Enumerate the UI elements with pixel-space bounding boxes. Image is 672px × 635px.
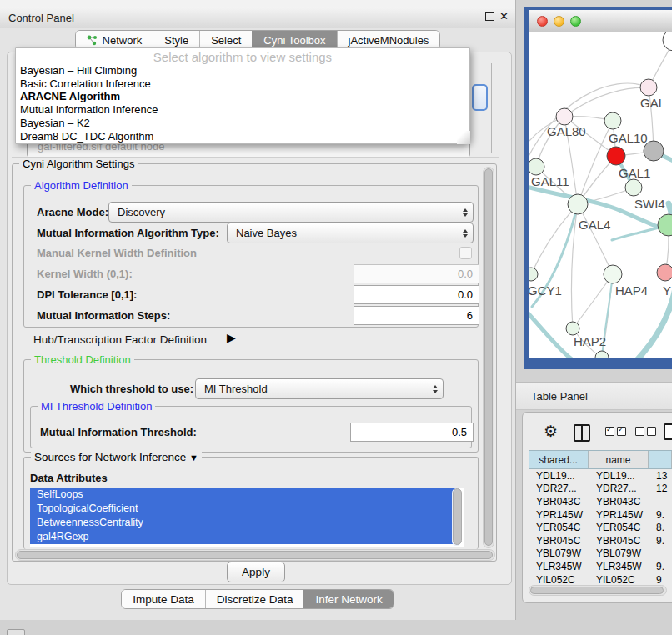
table-row[interactable]: YLR345WYLR345W9. xyxy=(529,560,672,573)
mi-threshold-label: Mutual Information Threshold: xyxy=(40,426,197,438)
bottom-tab-infer-network[interactable]: Infer Network xyxy=(303,590,393,608)
attribute-list-item[interactable]: SelfLoops xyxy=(30,488,455,502)
network-node-hap2[interactable] xyxy=(566,322,579,335)
network-node-gal4[interactable] xyxy=(568,194,588,214)
select-all-checkboxes-icon[interactable] xyxy=(605,427,626,436)
settings-vertical-scrollbar[interactable] xyxy=(483,167,494,548)
zoom-traffic-light-icon[interactable] xyxy=(570,16,581,27)
mi-algorithm-type-combo[interactable]: Naive Bayes xyxy=(227,222,474,243)
settings-horizontal-scrollbar[interactable] xyxy=(15,549,495,561)
mi-threshold-field[interactable]: 0.5 xyxy=(350,422,474,442)
which-threshold-value: MI Threshold xyxy=(204,382,268,395)
gear-icon[interactable]: ⚙ xyxy=(544,423,558,440)
tab-jactivemnodules[interactable]: jActiveMNodules xyxy=(337,31,440,49)
apply-button[interactable]: Apply xyxy=(227,562,285,582)
bottom-tab-discretize-data[interactable]: Discretize Data xyxy=(205,590,304,608)
close-traffic-light-icon[interactable] xyxy=(537,16,548,27)
network-edge xyxy=(564,88,649,117)
table-horizontal-scrollbar[interactable] xyxy=(529,585,667,596)
algorithm-option[interactable]: ARACNE Algorithm xyxy=(16,90,469,103)
network-node-gcy1[interactable] xyxy=(529,268,538,281)
aracne-mode-label: Aracne Mode: xyxy=(37,206,108,218)
table-row[interactable]: YBR045CYBR045C9. xyxy=(529,534,672,548)
bottom-tab-impute-data[interactable]: Impute Data xyxy=(122,590,205,608)
attribute-list-item[interactable]: gal4RGexp xyxy=(30,530,455,544)
aracne-mode-combo[interactable]: Discovery xyxy=(108,202,474,222)
network-node-swi4[interactable] xyxy=(625,179,642,196)
tab-select[interactable]: Select xyxy=(199,31,252,49)
which-threshold-combo[interactable]: MI Threshold xyxy=(195,378,444,399)
combo-spinner-icon xyxy=(463,229,468,238)
network-node[interactable] xyxy=(644,141,664,161)
algorithm-option[interactable]: Bayesian – K2 xyxy=(16,117,469,130)
algorithm-option[interactable]: Dream8 DC_TDC Algorithm xyxy=(16,130,469,143)
network-node-gal10[interactable] xyxy=(604,112,621,129)
network-canvas[interactable]: GALGAL80GAL10GAL1GAL11SWI4GAL4GCY1HAP4YH… xyxy=(529,32,672,358)
partial-table-icon[interactable] xyxy=(664,423,672,440)
close-icon[interactable]: ✕ xyxy=(499,11,509,22)
network-node-hap4[interactable] xyxy=(604,265,622,283)
kernel-width-label: Kernel Width (0,1): xyxy=(37,268,133,280)
network-node-label: GAL xyxy=(640,96,665,110)
table-cell: YDL19... xyxy=(589,470,649,482)
mi-steps-label: Mutual Information Steps: xyxy=(37,309,170,322)
tab-style[interactable]: Style xyxy=(153,31,199,49)
network-node[interactable] xyxy=(595,351,609,358)
table-cell: YER054C xyxy=(589,522,649,533)
dpi-tolerance-field[interactable]: 0.0 xyxy=(354,285,479,304)
network-edge xyxy=(529,222,531,274)
partial-bottom-button[interactable] xyxy=(7,629,25,635)
network-window-titlebar[interactable] xyxy=(529,10,672,32)
deselect-all-checkboxes-icon[interactable] xyxy=(635,427,656,436)
table-row[interactable]: YIL052CYIL052C9 xyxy=(529,573,672,584)
table-row[interactable]: YDR27...YDR27...12 xyxy=(529,482,672,496)
table-row[interactable]: YBR043CYBR043C xyxy=(529,495,672,508)
tab-label: Select xyxy=(211,34,241,47)
network-node-gal[interactable] xyxy=(640,79,657,96)
table-panel-titlebar[interactable]: Table Panel xyxy=(516,382,672,410)
kernel-width-field[interactable]: 0.0 xyxy=(354,264,479,283)
hub-definition-label[interactable]: Hub/Transcription Factor Definition xyxy=(33,333,207,346)
control-panel-titlebar[interactable]: Control Panel ✕ xyxy=(0,8,515,28)
network-node-label: GAL80 xyxy=(547,124,586,138)
algorithm-dropdown-placeholder: Select algorithm to view settings xyxy=(16,48,469,64)
table-row[interactable]: YPR145WYPR145W9. xyxy=(529,508,672,522)
tab-cyni-toolbox[interactable]: Cyni Toolbox xyxy=(252,31,336,49)
node-attribute-table[interactable]: shared...name YDL19...YDL19...13YDR27...… xyxy=(529,450,672,584)
hub-expand-arrow-icon[interactable]: ▶ xyxy=(227,331,236,344)
table-row[interactable]: YER054CYER054C8. xyxy=(529,521,672,534)
tab-network[interactable]: Network xyxy=(76,31,153,49)
network-node[interactable] xyxy=(663,32,672,51)
network-node-gal11[interactable] xyxy=(529,158,544,175)
combo-spinner-icon xyxy=(463,208,468,217)
table-column-header[interactable]: name xyxy=(589,451,649,468)
manual-kernel-width-checkbox[interactable] xyxy=(459,247,472,259)
algorithm-option[interactable]: Bayesian – Hill Climbing xyxy=(16,64,469,78)
data-attributes-list[interactable]: SelfLoopsTopologicalCoefficientBetweenne… xyxy=(30,488,464,547)
which-threshold-label: Which threshold to use: xyxy=(70,382,193,395)
table-cell: YDL19... xyxy=(529,470,589,482)
split-columns-icon[interactable] xyxy=(574,424,590,442)
table-cell: YIL052C xyxy=(589,574,649,584)
hidden-combo-spinner[interactable] xyxy=(472,84,488,111)
mi-steps-field[interactable]: 6 xyxy=(354,306,479,325)
table-cell: YBL079W xyxy=(529,548,589,559)
attribute-list-item[interactable]: TopologicalCoefficient xyxy=(30,502,455,516)
attributes-list-scrollbar[interactable] xyxy=(452,488,461,546)
network-node[interactable] xyxy=(658,214,672,236)
network-node-gal80[interactable] xyxy=(556,108,573,125)
table-row[interactable]: YDL19...YDL19...13 xyxy=(529,469,672,482)
network-node-y[interactable] xyxy=(657,264,672,281)
sources-collapse-arrow-icon[interactable]: ▼ xyxy=(189,452,198,462)
minimize-traffic-light-icon[interactable] xyxy=(554,16,564,27)
table-column-header[interactable]: shared... xyxy=(529,451,589,468)
attribute-list-item[interactable]: BetweennessCentrality xyxy=(30,516,455,530)
network-view-window: GALGAL80GAL10GAL1GAL11SWI4GAL4GCY1HAP4YH… xyxy=(524,7,672,369)
algorithm-option[interactable]: Mutual Information Inference xyxy=(16,103,469,117)
table-row[interactable]: YBL079WYBL079W xyxy=(529,548,672,561)
algorithm-option[interactable]: Basic Correlation Inference xyxy=(16,78,469,91)
network-node-label: SWI4 xyxy=(634,197,665,211)
network-node-gal1[interactable] xyxy=(607,147,625,165)
table-column-header[interactable] xyxy=(649,451,672,468)
float-window-icon[interactable] xyxy=(485,12,494,21)
